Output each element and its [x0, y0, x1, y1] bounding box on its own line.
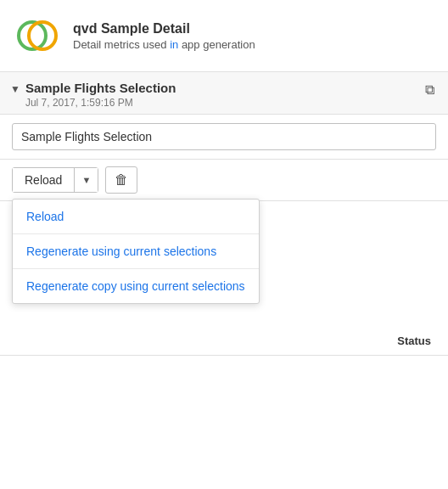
chevron-down-icon[interactable]: ▼ — [10, 83, 20, 95]
app-logo — [14, 12, 61, 59]
header-text: qvd Sample Detail Detail metrics used in… — [73, 21, 255, 51]
header: qvd Sample Detail Detail metrics used in… — [0, 0, 448, 72]
dropdown-menu: Reload Regenerate using current selectio… — [12, 199, 260, 304]
section-title: Sample Flights Selection — [25, 81, 176, 95]
reload-dropdown-button[interactable]: ▼ — [74, 168, 98, 192]
section-title-block: Sample Flights Selection Jul 7, 2017, 1:… — [25, 81, 176, 109]
reload-main-button[interactable]: Reload — [13, 168, 74, 192]
dropdown-item-regenerate-copy[interactable]: Regenerate copy using current selections — [13, 269, 259, 303]
name-input-row — [0, 115, 448, 160]
table-column-name — [0, 334, 221, 349]
section-left: ▼ Sample Flights Selection Jul 7, 2017, … — [10, 81, 176, 109]
app-title: qvd Sample Detail — [73, 21, 255, 37]
table-header-row: Status — [0, 327, 448, 356]
toolbar-row: Reload ▼ 🗑 Reload Regenerate using curre… — [0, 160, 448, 201]
dropdown-item-regenerate[interactable]: Regenerate using current selections — [13, 234, 259, 269]
dropdown-item-reload[interactable]: Reload — [13, 200, 259, 234]
app-subtitle: Detail metrics used in app generation — [73, 38, 255, 51]
name-input[interactable] — [12, 123, 436, 150]
table-column-status: Status — [221, 327, 448, 355]
reload-button-group: Reload ▼ — [12, 167, 98, 193]
section-date: Jul 7, 2017, 1:59:16 PM — [25, 97, 176, 109]
section-header: ▼ Sample Flights Selection Jul 7, 2017, … — [0, 72, 448, 115]
external-link-icon[interactable]: ⧉ — [425, 82, 434, 98]
delete-button[interactable]: 🗑 — [105, 166, 137, 194]
